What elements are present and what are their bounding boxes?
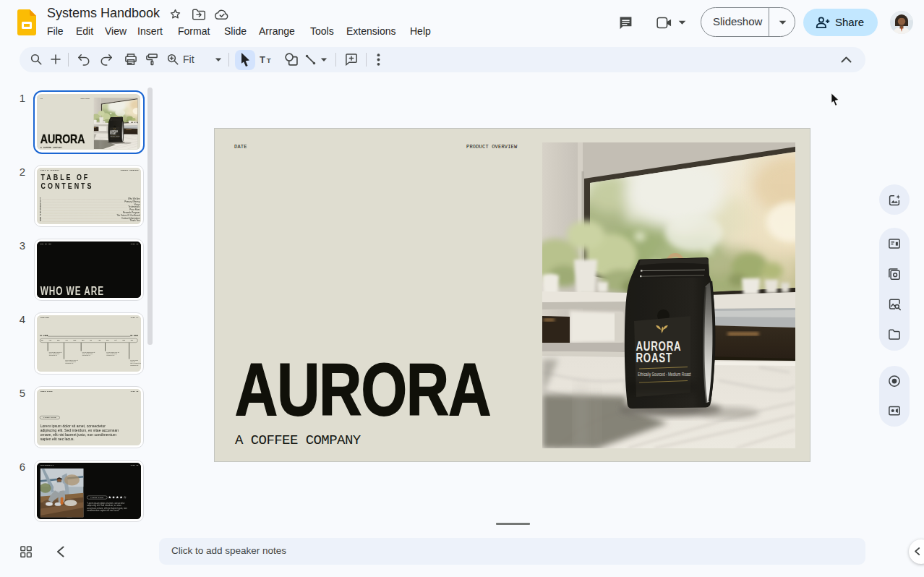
svg-text:T: T xyxy=(260,54,265,65)
svg-text:T: T xyxy=(267,56,271,64)
